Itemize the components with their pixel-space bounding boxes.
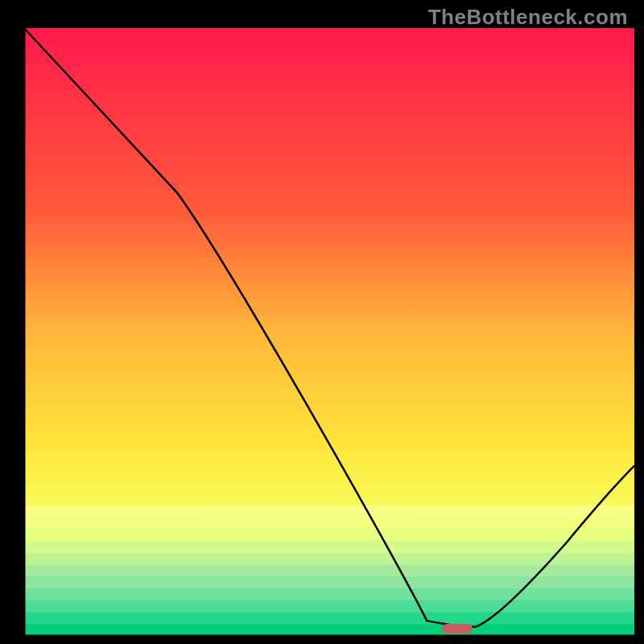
band-lines <box>24 506 634 637</box>
svg-rect-7 <box>24 588 634 601</box>
svg-rect-9 <box>24 612 634 624</box>
watermark: TheBottleneck.com <box>428 5 628 30</box>
svg-rect-3 <box>24 541 634 553</box>
svg-rect-8 <box>24 601 634 613</box>
svg-rect-4 <box>24 553 634 565</box>
svg-rect-10 <box>24 624 634 636</box>
svg-rect-1 <box>24 517 634 529</box>
svg-rect-5 <box>24 564 634 576</box>
optimal-marker <box>442 624 473 634</box>
svg-rect-0 <box>24 506 634 518</box>
svg-rect-6 <box>24 576 634 588</box>
chart-container: { "watermark": "TheBottleneck.com", "cha… <box>0 0 644 644</box>
svg-rect-2 <box>24 529 634 541</box>
chart-svg <box>0 0 644 644</box>
